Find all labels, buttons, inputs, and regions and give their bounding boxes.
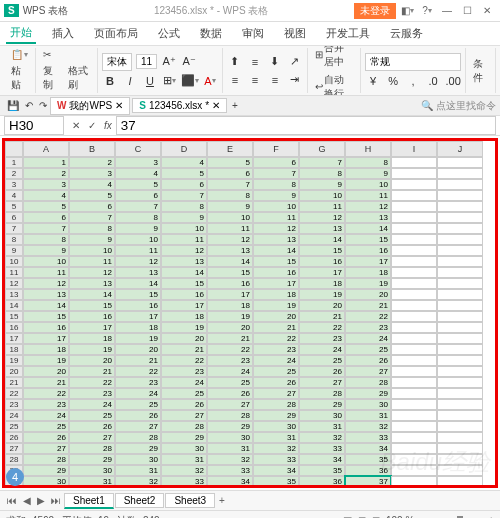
row-header[interactable]: 25 [5,421,23,432]
cell[interactable]: 29 [253,410,299,421]
cell[interactable]: 21 [115,355,161,366]
cell[interactable]: 8 [161,201,207,212]
cell[interactable]: 28 [299,388,345,399]
column-header[interactable]: E [207,141,253,157]
cell[interactable]: 10 [23,256,69,267]
cell[interactable]: 6 [207,168,253,179]
cell[interactable] [437,234,483,245]
cell[interactable]: 2 [69,157,115,168]
cell[interactable] [391,190,437,201]
cell[interactable]: 22 [115,366,161,377]
cell[interactable]: 26 [115,410,161,421]
cell[interactable]: 8 [69,223,115,234]
cell[interactable]: 10 [69,245,115,256]
cell[interactable] [437,399,483,410]
cell[interactable]: 4 [69,179,115,190]
cell[interactable]: 14 [161,267,207,278]
cell[interactable]: 14 [23,300,69,311]
cell[interactable]: 28 [161,421,207,432]
cell[interactable]: 30 [23,476,69,487]
cell[interactable]: 19 [161,322,207,333]
column-header[interactable]: F [253,141,299,157]
cell[interactable]: 13 [253,234,299,245]
cell[interactable]: 20 [253,311,299,322]
cell[interactable]: 6 [69,201,115,212]
row-header[interactable]: 15 [5,311,23,322]
cell[interactable]: 31 [69,476,115,487]
cell[interactable] [391,366,437,377]
name-box[interactable] [4,116,64,135]
cell[interactable]: 13 [161,256,207,267]
cell[interactable]: 27 [23,443,69,454]
cell[interactable] [437,355,483,366]
cell[interactable]: 24 [161,377,207,388]
cell[interactable] [391,344,437,355]
select-all-corner[interactable] [5,141,23,157]
cell[interactable]: 8 [253,179,299,190]
cell[interactable]: 20 [69,355,115,366]
cell[interactable] [391,410,437,421]
cell[interactable]: 20 [345,289,391,300]
cell[interactable]: 25 [345,344,391,355]
row-header[interactable]: 22 [5,388,23,399]
cell[interactable]: 7 [23,223,69,234]
cell[interactable]: 10 [207,212,253,223]
cell[interactable]: 32 [161,465,207,476]
tab-start[interactable]: 开始 [6,23,36,44]
cell[interactable]: 11 [23,267,69,278]
cell[interactable] [115,487,161,488]
cell[interactable]: 13 [299,223,345,234]
increase-font-icon[interactable]: A⁺ [161,54,177,70]
cell[interactable]: 16 [115,300,161,311]
cell[interactable]: 22 [23,388,69,399]
cell[interactable]: 14 [345,223,391,234]
cell[interactable]: 4 [115,168,161,179]
align-center-icon[interactable]: ≡ [247,72,263,88]
column-header[interactable]: A [23,141,69,157]
cell[interactable]: 25 [115,399,161,410]
cell[interactable]: 22 [345,311,391,322]
column-header[interactable]: H [345,141,391,157]
cell[interactable]: 26 [253,377,299,388]
tab-data[interactable]: 数据 [196,24,226,43]
row-header[interactable]: 27 [5,443,23,454]
column-header[interactable]: D [161,141,207,157]
row-header[interactable]: 20 [5,366,23,377]
cell[interactable]: 36 [299,476,345,487]
cell[interactable]: 27 [69,432,115,443]
cell[interactable] [391,267,437,278]
format-painter-button[interactable]: 格式刷 [65,63,93,93]
row-header[interactable]: 3 [5,179,23,190]
cell[interactable]: 1 [23,157,69,168]
cell[interactable]: 24 [115,388,161,399]
cell[interactable]: 16 [345,245,391,256]
cell[interactable] [391,465,437,476]
row-header[interactable]: 24 [5,410,23,421]
cell[interactable]: 16 [207,278,253,289]
cell[interactable]: 29 [161,432,207,443]
cell[interactable]: 5 [115,179,161,190]
row-header[interactable]: 26 [5,432,23,443]
cell[interactable]: 31 [345,410,391,421]
cell[interactable] [437,377,483,388]
cell[interactable]: 8 [345,157,391,168]
cell[interactable]: 24 [69,399,115,410]
cell[interactable]: 17 [115,311,161,322]
decimal-dec-icon[interactable]: .00 [445,73,461,89]
border-button[interactable]: ⊞▾ [162,73,178,89]
doctab-mywps[interactable]: W我的WPS ✕ [50,97,130,115]
cell[interactable]: 14 [299,234,345,245]
font-color-button[interactable]: A▾ [202,73,218,89]
cell[interactable]: 15 [69,300,115,311]
row-header[interactable]: 21 [5,377,23,388]
login-button[interactable]: 未登录 [354,3,396,19]
cell[interactable]: 16 [161,289,207,300]
cell[interactable]: 5 [207,157,253,168]
cell[interactable]: 35 [299,465,345,476]
cell[interactable]: 7 [69,212,115,223]
tab-cloud[interactable]: 云服务 [386,24,427,43]
cell[interactable]: 4 [23,190,69,201]
cell[interactable]: 23 [161,366,207,377]
cell[interactable]: 12 [69,267,115,278]
cell[interactable]: 32 [253,443,299,454]
